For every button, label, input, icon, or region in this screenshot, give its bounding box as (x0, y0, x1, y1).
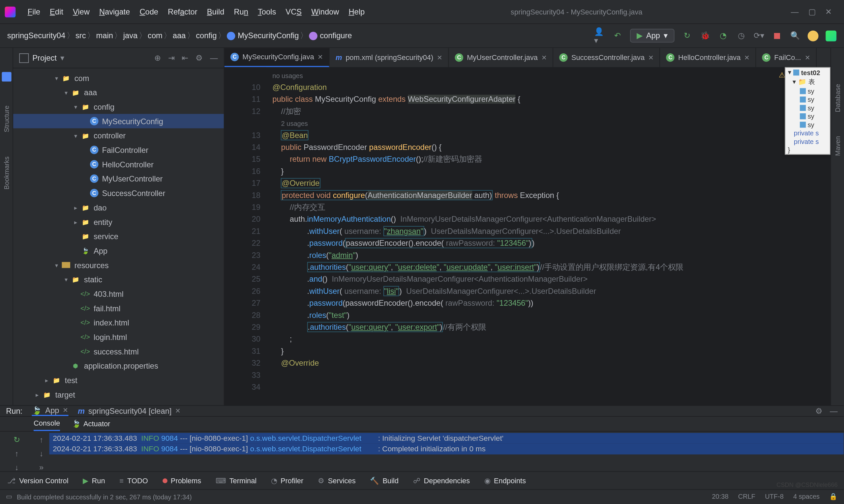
tree-item-static[interactable]: ▾📁static (13, 272, 224, 287)
tree-item-target[interactable]: ▸📁target (13, 388, 224, 402)
status-20:38[interactable]: 20:38 (712, 493, 728, 501)
bottom-tab-Build[interactable]: 🔨Build (370, 476, 399, 485)
tree-item-test[interactable]: ▸📁test (13, 373, 224, 388)
tree-item-controller[interactable]: ▾📁controller (13, 128, 224, 143)
tree-item-FailController[interactable]: CFailController (13, 143, 224, 157)
tree-item-SuccessController[interactable]: CSuccessController (13, 186, 224, 200)
back-icon[interactable]: ↶ (612, 30, 623, 41)
menu-tools[interactable]: Tools (253, 5, 280, 19)
structure-tab[interactable]: Structure (3, 105, 10, 132)
stop-button[interactable] (772, 30, 783, 41)
run-config-combo[interactable]: ▶ App ▾ (630, 29, 674, 42)
run-settings-icon[interactable]: ⚙ (815, 407, 823, 415)
close-button[interactable]: ✕ (825, 7, 832, 16)
status-UTF-8[interactable]: UTF-8 (765, 493, 784, 501)
crumb-config[interactable]: config (196, 31, 217, 40)
tree-item-dao[interactable]: ▸📁dao (13, 200, 224, 215)
bottom-tab-Services[interactable]: ⚙Services (318, 476, 356, 485)
minimize-button[interactable]: — (791, 7, 799, 16)
tree-item-service[interactable]: 📁service (13, 229, 224, 244)
tree-item-resources[interactable]: ▾resources (13, 258, 224, 272)
tree-item-success.html[interactable]: </>success.html (13, 344, 224, 359)
run-tab-springSecurity04 [clean][interactable]: mspringSecurity04 [clean]✕ (78, 406, 181, 416)
close-tab-icon[interactable]: ✕ (744, 54, 750, 61)
menu-build[interactable]: Build (202, 5, 229, 19)
status-🔒[interactable]: 🔒 (829, 493, 838, 501)
user-icon[interactable]: 👤▾ (594, 30, 605, 41)
tree-item-fail.html[interactable]: </>fail.html (13, 301, 224, 316)
tree-item-login.html[interactable]: </>login.html (13, 330, 224, 344)
project-panel-title[interactable]: Project ▾ (19, 53, 64, 62)
menu-navigate[interactable]: Navigate (94, 5, 135, 19)
more2-icon[interactable]: » (39, 463, 44, 472)
database-popup[interactable]: ▾ test02 ▾ 📁 表 sysysysysy private s priv… (785, 67, 830, 155)
close-tab-icon[interactable]: ✕ (317, 53, 323, 61)
code-area[interactable]: no usages@Configurationpublic class MySe… (266, 67, 830, 405)
close-tab-icon[interactable]: ✕ (437, 54, 442, 61)
select-opened-file-icon[interactable]: ⊕ (154, 53, 161, 62)
project-tree[interactable]: ▾📁com▾📁aaa▾📁configCMySecurityConfig▾📁con… (13, 68, 224, 405)
menu-refactor[interactable]: Refactor (163, 5, 203, 19)
crumb-main[interactable]: main (96, 31, 113, 40)
up-trace-icon[interactable]: ↑ (39, 435, 44, 444)
debug-button[interactable]: 🐞 (700, 30, 710, 41)
collapse-all-icon[interactable]: ⇤ (182, 53, 188, 62)
more-run-button[interactable]: ⟳▾ (754, 30, 764, 41)
menu-code[interactable]: Code (135, 5, 163, 19)
editor[interactable]: 1011121314151617181920212223242526272829… (225, 67, 830, 405)
hide-run-icon[interactable]: — (830, 407, 838, 415)
tab-SuccessController.java[interactable]: CSuccessController.java✕ (553, 48, 660, 67)
down-trace-icon[interactable]: ↓ (39, 449, 44, 458)
bottom-tab-Run[interactable]: ▶Run (83, 476, 105, 485)
run-tab-App[interactable]: 🍃App✕ (32, 406, 68, 416)
run-coverage-button[interactable]: ◔ (718, 30, 729, 41)
bottom-tab-Endpoints[interactable]: ◉Endpoints (484, 476, 526, 485)
bottom-tab-TODO[interactable]: ≡TODO (119, 476, 148, 485)
crumb-springSecurity04[interactable]: springSecurity04 (7, 31, 65, 40)
bottom-tab-Profiler[interactable]: ◔Profiler (271, 476, 303, 485)
close-tab-icon[interactable]: ✕ (805, 54, 810, 61)
tree-item-application.properties[interactable]: ⬢application.properties (13, 358, 224, 373)
tree-item-aaa[interactable]: ▾📁aaa (13, 85, 224, 100)
bottom-tab-Problems[interactable]: Problems (162, 476, 201, 485)
ai-assistant-icon[interactable] (826, 30, 837, 41)
tree-item-MySecurityConfig[interactable]: CMySecurityConfig (13, 114, 224, 128)
profile-button[interactable]: ◷ (736, 30, 746, 41)
crumb-MySecurityConfig[interactable]: MySecurityConfig (227, 31, 299, 40)
status-4 spaces[interactable]: 4 spaces (793, 493, 820, 501)
tab-pom.xml (springSecurity04)[interactable]: mpom.xml (springSecurity04)✕ (330, 48, 449, 67)
run-button[interactable]: ↻ (682, 30, 693, 41)
close-tab-icon[interactable]: ✕ (648, 54, 653, 61)
bottom-tab-Dependencies[interactable]: ☍Dependencies (413, 476, 470, 485)
settings-icon[interactable]: ⚙ (195, 53, 203, 62)
crumb-src[interactable]: src (75, 31, 86, 40)
avatar-icon[interactable] (808, 30, 819, 41)
status-CRLF[interactable]: CRLF (738, 493, 755, 501)
tree-item-HelloController[interactable]: CHelloController (13, 157, 224, 172)
menu-edit[interactable]: Edit (45, 5, 68, 19)
menu-window[interactable]: Window (307, 5, 344, 19)
menu-help[interactable]: Help (344, 5, 369, 19)
run-subtab-Actuator[interactable]: 🍃Actuator (72, 417, 110, 431)
tree-item-403.html[interactable]: </>403.html (13, 287, 224, 301)
tree-item-entity[interactable]: ▸📁entity (13, 215, 224, 229)
tree-item-com[interactable]: ▾📁com (13, 71, 224, 85)
run-subtab-Console[interactable]: Console (34, 417, 60, 431)
tab-FailCo...[interactable]: CFailCo...✕ (756, 48, 816, 67)
crumb-com[interactable]: com (148, 31, 162, 40)
menu-vcs[interactable]: VCS (281, 5, 307, 19)
database-tab[interactable]: Database (834, 84, 841, 112)
project-tool-icon[interactable] (2, 72, 11, 82)
tab-MyUserController.java[interactable]: CMyUserController.java✕ (449, 48, 553, 67)
search-button[interactable]: 🔍 (790, 30, 800, 41)
rerun-icon[interactable]: ↻ (14, 435, 20, 444)
maximize-button[interactable]: ▢ (808, 7, 816, 16)
tab-MySecurityConfig.java[interactable]: CMySecurityConfig.java✕ (225, 48, 330, 67)
bottom-tab-Terminal[interactable]: ⌨Terminal (216, 476, 257, 485)
maven-tab[interactable]: Maven (834, 136, 841, 156)
hide-panel-icon[interactable]: — (210, 53, 218, 62)
tree-item-App[interactable]: 🍃App (13, 244, 224, 258)
tree-item-MyUserController[interactable]: CMyUserController (13, 172, 224, 186)
down-icon[interactable]: ↓ (15, 463, 19, 472)
bookmarks-tab[interactable]: Bookmarks (3, 156, 10, 189)
